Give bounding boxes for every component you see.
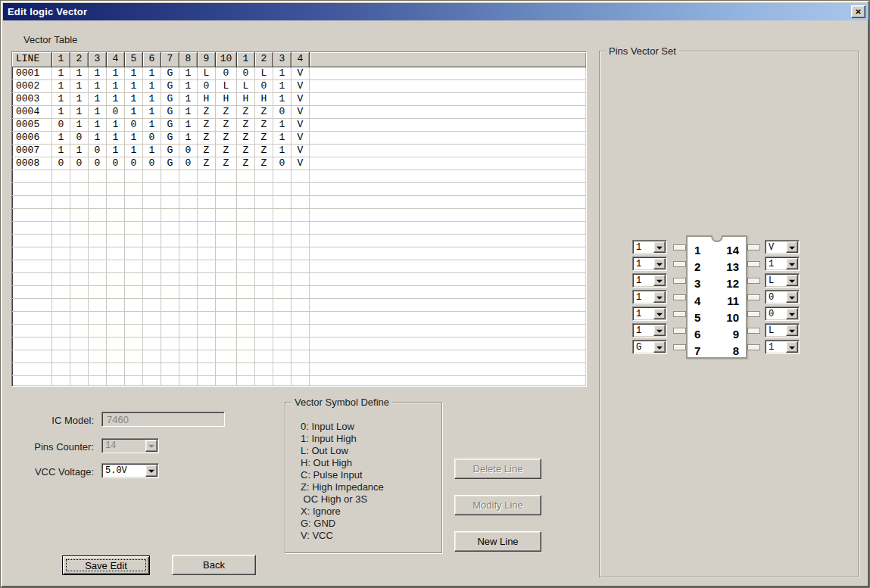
dropdown-arrow-icon[interactable] xyxy=(786,291,798,303)
vector-cell xyxy=(89,222,107,235)
vector-table[interactable]: LINE1234567891012340001111111G1L00L1V000… xyxy=(11,51,587,387)
pin-13-vector-select[interactable]: 1 xyxy=(765,257,800,271)
pin-3-vector-select[interactable]: 1 xyxy=(632,273,667,288)
dropdown-arrow-icon[interactable] xyxy=(653,275,666,286)
vector-cell: 1 xyxy=(273,93,292,106)
vector-cell xyxy=(198,247,216,260)
empty-table-row[interactable] xyxy=(12,286,586,299)
row-filler-cell xyxy=(310,209,586,222)
pin-11-vector-select[interactable]: 0 xyxy=(765,290,800,304)
vector-cell: Z xyxy=(216,157,237,170)
vector-cell xyxy=(216,286,237,299)
table-row[interactable]: 0007110111G0ZZZZ1V xyxy=(12,145,586,157)
pin-2-vector-select[interactable]: 1 xyxy=(632,257,667,271)
ic-model-field[interactable]: 7460 xyxy=(101,412,225,427)
pin-12-vector-select[interactable]: L xyxy=(765,273,800,288)
vector-cell xyxy=(216,376,237,387)
table-row[interactable]: 0004111011G1ZZZZ0V xyxy=(12,106,586,119)
pin-lead-icon xyxy=(747,311,760,317)
dropdown-arrow-icon[interactable] xyxy=(786,241,798,253)
empty-table-row[interactable] xyxy=(12,325,586,338)
window-title: Edit logic Vector xyxy=(3,6,87,17)
table-row[interactable]: 0003111111G1HHHH1V xyxy=(12,93,586,106)
vector-cell xyxy=(273,235,292,247)
empty-table-row[interactable] xyxy=(12,376,586,387)
table-row[interactable]: 0005011101G1ZZZZ1V xyxy=(12,119,586,132)
chip-pin-number: 3 xyxy=(694,275,717,292)
empty-table-row[interactable] xyxy=(12,235,586,247)
pin-5-vector-select[interactable]: 1 xyxy=(632,306,667,321)
empty-table-row[interactable] xyxy=(12,363,586,376)
dropdown-arrow-icon[interactable] xyxy=(786,275,798,286)
vector-cell: 0 xyxy=(52,157,70,170)
dropdown-arrow-icon[interactable] xyxy=(786,308,798,319)
empty-table-row[interactable] xyxy=(12,299,586,312)
vector-cell xyxy=(70,183,89,196)
vector-cell: Z xyxy=(198,145,216,157)
vector-cell xyxy=(179,196,198,209)
vector-cell xyxy=(255,183,273,196)
empty-table-row[interactable] xyxy=(12,350,586,363)
symbol-define-item: OC High or 3S xyxy=(301,493,384,506)
vector-cell: 1 xyxy=(125,132,143,145)
table-row[interactable]: 0006101110G1ZZZZ1V xyxy=(12,132,586,145)
dropdown-arrow-icon[interactable] xyxy=(786,258,798,269)
line-number-cell xyxy=(12,350,52,363)
modify-line-button: Modify Line xyxy=(454,495,541,515)
empty-table-row[interactable] xyxy=(12,196,586,209)
row-filler-cell xyxy=(310,286,586,299)
pin-6-vector-select[interactable]: 1 xyxy=(632,323,667,338)
dropdown-arrow-icon[interactable] xyxy=(653,241,666,253)
dropdown-arrow-icon[interactable] xyxy=(653,341,666,353)
pin-lead-icon xyxy=(673,244,686,250)
dropdown-arrow-icon[interactable] xyxy=(653,258,666,269)
line-number-cell xyxy=(12,338,52,350)
save-edit-button[interactable]: Save Edit xyxy=(62,555,150,575)
new-line-button[interactable]: New Line xyxy=(454,531,541,552)
dropdown-arrow-icon[interactable] xyxy=(786,325,798,336)
close-button[interactable]: ✕ xyxy=(851,5,865,18)
vector-cell xyxy=(198,235,216,247)
column-header: 5 xyxy=(125,52,143,67)
dropdown-arrow-icon[interactable] xyxy=(786,341,798,353)
chip-left-pin-numbers: 1234567 xyxy=(694,242,717,359)
empty-table-row[interactable] xyxy=(12,312,586,325)
vector-cell xyxy=(216,235,237,247)
empty-table-row[interactable] xyxy=(12,338,586,350)
vcc-voltage-value: 5.0V xyxy=(102,464,145,478)
empty-table-row[interactable] xyxy=(12,209,586,222)
table-row[interactable]: 0008000000G0ZZZZ0V xyxy=(12,157,586,170)
vector-cell xyxy=(255,170,273,183)
empty-table-row[interactable] xyxy=(12,183,586,196)
empty-table-row[interactable] xyxy=(12,222,586,235)
empty-table-row[interactable] xyxy=(12,260,586,273)
vector-cell xyxy=(273,183,292,196)
dropdown-arrow-icon[interactable] xyxy=(145,465,157,477)
empty-table-row[interactable] xyxy=(12,273,586,286)
vector-cell: 1 xyxy=(143,93,161,106)
vector-cell xyxy=(198,209,216,222)
pin-7-vector-select[interactable]: G xyxy=(632,340,667,354)
vector-cell xyxy=(125,376,143,387)
pin-1-vector-select[interactable]: 1 xyxy=(632,240,667,254)
pin-4-vector-select[interactable]: 1 xyxy=(632,290,667,304)
table-row[interactable]: 0002111111G10LL01V xyxy=(12,80,586,93)
row-filler-cell xyxy=(310,350,586,363)
pin-8-vector-select[interactable]: 1 xyxy=(765,340,800,354)
dropdown-arrow-icon[interactable] xyxy=(653,308,666,319)
vector-cell xyxy=(237,183,255,196)
empty-table-row[interactable] xyxy=(12,170,586,183)
dropdown-arrow-icon[interactable] xyxy=(653,325,666,336)
pin-9-vector-select[interactable]: L xyxy=(765,323,800,338)
vcc-voltage-select[interactable]: 5.0V xyxy=(101,463,159,478)
back-button[interactable]: Back xyxy=(172,555,256,575)
line-number-cell xyxy=(12,286,52,299)
pin-10-vector-select[interactable]: 0 xyxy=(765,306,800,321)
pin-14-vector-select[interactable]: V xyxy=(765,240,800,254)
vector-cell xyxy=(143,247,161,260)
vector-cell: V xyxy=(292,145,310,157)
empty-table-row[interactable] xyxy=(12,247,586,260)
dropdown-arrow-icon[interactable] xyxy=(653,291,666,303)
table-row[interactable]: 0001111111G1L00L1V xyxy=(12,67,586,80)
vector-cell: H xyxy=(237,93,255,106)
